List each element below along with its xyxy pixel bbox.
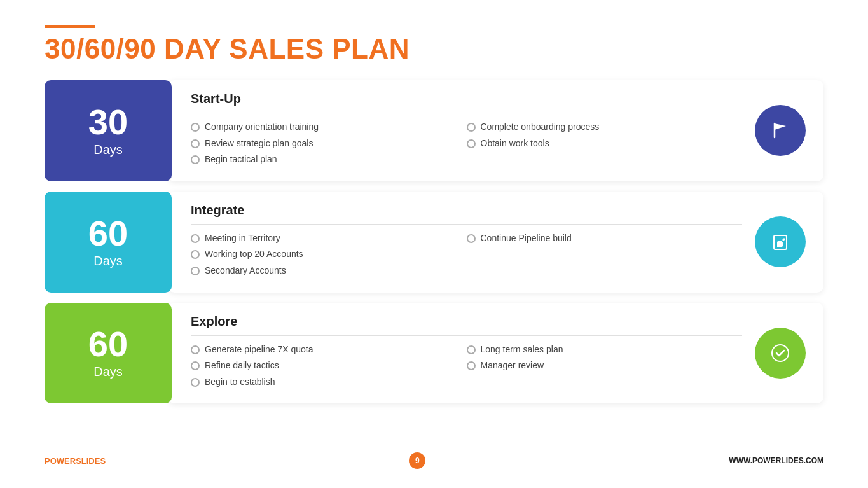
list-item: Continue Pipeline build — [467, 232, 743, 245]
flag-icon — [768, 118, 792, 143]
bullet-icon — [191, 345, 200, 354]
brand-logo: POWERSLIDES — [45, 456, 106, 466]
checkmark-icon — [768, 341, 792, 365]
brand-black: POWER — [45, 456, 76, 466]
bullet-icon — [191, 250, 200, 259]
item-text: Manager review — [481, 359, 544, 372]
bullet-icon — [191, 234, 200, 243]
card-60-explore: 60 Days Explore Generate pipeline 7X quo… — [45, 303, 823, 404]
page-title: 30/60/90 DAY SALES PLAN — [45, 33, 823, 65]
items-grid-30: Company orientation training Review stra… — [191, 121, 742, 170]
header-accent-line — [45, 25, 95, 28]
divider-60a — [191, 224, 742, 225]
bullet-icon — [467, 139, 476, 148]
edit-icon-circle — [755, 216, 806, 267]
item-text: Generate pipeline 7X quota — [205, 344, 313, 356]
list-item: Begin tactical plan — [191, 153, 467, 166]
website-orange: POWERLIDES.COM — [752, 456, 823, 465]
card-content-60a: Integrate Meeting in Territory Working t… — [191, 203, 742, 281]
section-title-60b: Explore — [191, 314, 742, 329]
divider-60b — [191, 335, 742, 336]
card-right-60a: Integrate Meeting in Territory Working t… — [168, 192, 823, 293]
divider-30 — [191, 113, 742, 113]
bullet-icon — [191, 139, 200, 148]
card-number-60a: 60 — [88, 216, 128, 251]
list-item: Begin to establish — [191, 376, 467, 389]
bullet-icon — [191, 155, 200, 164]
check-icon-circle — [755, 328, 806, 379]
card-left-60b: 60 Days — [45, 303, 172, 404]
footer: POWERSLIDES 9 WWW.POWERLIDES.COM — [45, 445, 823, 469]
website-link: WWW.POWERLIDES.COM — [729, 456, 823, 465]
items-grid-60b: Generate pipeline 7X quota Refine daily … — [191, 344, 742, 393]
items-left-30: Company orientation training Review stra… — [191, 121, 467, 170]
bullet-icon — [467, 345, 476, 354]
card-60-integrate: 60 Days Integrate Meeting in Territory — [45, 192, 823, 293]
flag-icon-circle — [755, 105, 806, 156]
list-item: Complete onboarding process — [467, 121, 743, 134]
item-text: Long term sales plan — [481, 344, 563, 356]
card-30-days: 30 Days Start-Up Company orientation tra… — [45, 80, 823, 181]
item-text: Obtain work tools — [481, 137, 549, 150]
website-black: WWW. — [729, 456, 752, 465]
item-text: Continue Pipeline build — [481, 232, 572, 245]
bullet-icon — [467, 361, 476, 370]
item-text: Begin tactical plan — [205, 153, 277, 166]
list-item: Working top 20 Accounts — [191, 248, 467, 261]
items-right-60b: Long term sales plan Manager review — [467, 344, 743, 393]
list-item: Obtain work tools — [467, 137, 743, 150]
card-right-60b: Explore Generate pipeline 7X quota Refin… — [168, 303, 823, 404]
items-grid-60a: Meeting in Territory Working top 20 Acco… — [191, 232, 742, 281]
items-left-60a: Meeting in Territory Working top 20 Acco… — [191, 232, 467, 281]
item-text: Complete onboarding process — [481, 121, 600, 134]
bullet-icon — [191, 361, 200, 370]
card-days-label-60b: Days — [93, 365, 123, 379]
card-left-60a: 60 Days — [45, 192, 172, 293]
cards-container: 30 Days Start-Up Company orientation tra… — [45, 80, 823, 445]
bullet-icon — [467, 123, 476, 132]
section-title-60a: Integrate — [191, 203, 742, 218]
card-number-30: 30 — [88, 104, 128, 140]
bullet-icon — [191, 123, 200, 132]
list-item: Generate pipeline 7X quota — [191, 344, 467, 356]
item-text: Begin to establish — [205, 376, 275, 389]
card-left-30: 30 Days — [45, 80, 172, 181]
bullet-icon — [467, 234, 476, 243]
bullet-icon — [191, 267, 200, 275]
card-content-60b: Explore Generate pipeline 7X quota Refin… — [191, 314, 742, 393]
item-text: Secondary Accounts — [205, 265, 286, 277]
bullet-icon — [191, 378, 200, 387]
card-days-label-30: Days — [93, 143, 123, 157]
items-right-30: Complete onboarding process Obtain work … — [467, 121, 743, 170]
footer-line-left — [118, 461, 396, 461]
item-text: Review strategic plan goals — [205, 137, 313, 150]
list-item: Secondary Accounts — [191, 265, 467, 277]
card-right-30: Start-Up Company orientation training Re… — [168, 80, 823, 181]
list-item: Review strategic plan goals — [191, 137, 467, 150]
slide: 30/60/90 DAY SALES PLAN 30 Days Start-Up — [0, 0, 868, 488]
item-text: Meeting in Territory — [205, 232, 280, 245]
card-days-label-60a: Days — [93, 254, 123, 268]
section-title-30: Start-Up — [191, 92, 742, 106]
list-item: Refine daily tactics — [191, 359, 467, 372]
edit-icon — [768, 230, 792, 254]
footer-line-right — [438, 461, 716, 461]
item-text: Refine daily tactics — [205, 359, 279, 372]
card-number-60b: 60 — [88, 326, 128, 362]
item-text: Working top 20 Accounts — [205, 248, 303, 261]
item-text: Company orientation training — [205, 121, 319, 134]
brand-orange: SLIDES — [76, 456, 106, 466]
items-right-60a: Continue Pipeline build — [467, 232, 743, 281]
card-content-30: Start-Up Company orientation training Re… — [191, 92, 742, 170]
svg-point-1 — [772, 345, 789, 361]
list-item: Manager review — [467, 359, 743, 372]
items-left-60b: Generate pipeline 7X quota Refine daily … — [191, 344, 467, 393]
list-item: Company orientation training — [191, 121, 467, 134]
list-item: Meeting in Territory — [191, 232, 467, 245]
list-item: Long term sales plan — [467, 344, 743, 356]
title-orange: SALES PLAN — [229, 33, 410, 64]
title-black: 30/60/90 DAY — [45, 33, 229, 64]
page-number-badge: 9 — [409, 452, 425, 469]
